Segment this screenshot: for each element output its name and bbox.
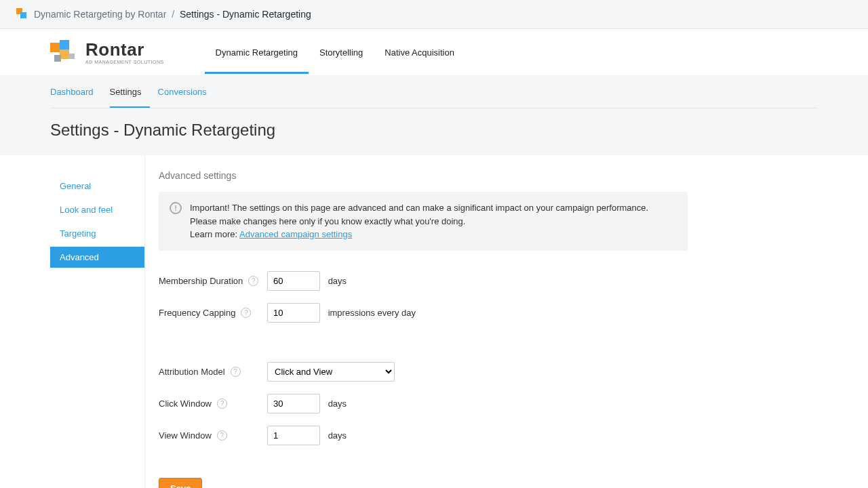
breadcrumb-app[interactable]: Dynamic Retargeting by Rontar xyxy=(34,9,166,20)
sidebar-item[interactable]: Look and feel xyxy=(50,199,144,220)
notice-body: Important! The settings on this page are… xyxy=(190,201,677,241)
sub-nav: DashboardSettingsConversions xyxy=(50,76,818,108)
label-view-window: View Window ? xyxy=(159,430,267,441)
logo[interactable]: Rontar AD MANAGEMENT SOLUTIONS xyxy=(50,29,164,75)
view-window-input[interactable] xyxy=(267,426,320,445)
sub-header: DashboardSettingsConversions Settings - … xyxy=(0,76,868,155)
breadcrumb-current: Settings - Dynamic Retargeting xyxy=(180,9,311,20)
sidebar-list: GeneralLook and feelTargetingAdvanced xyxy=(50,176,144,268)
logo-name: Rontar xyxy=(85,41,164,58)
membership-suffix: days xyxy=(328,276,347,286)
info-icon: ! xyxy=(170,202,182,214)
row-membership-duration: Membership Duration ? days xyxy=(159,271,688,291)
app-favicon xyxy=(16,8,28,20)
main-nav-tab[interactable]: Native Acquisition xyxy=(374,31,465,74)
save-button[interactable]: Save xyxy=(159,478,202,489)
notice-learn-more-prefix: Learn more: xyxy=(190,229,239,239)
content-area: GeneralLook and feelTargetingAdvanced Ad… xyxy=(0,155,868,488)
main-nav-tab[interactable]: Dynamic Retargeting xyxy=(205,31,309,74)
notice-link[interactable]: Advanced campaign settings xyxy=(239,229,352,239)
label-attribution-model: Attribution Model ? xyxy=(159,367,267,377)
page-title: Settings - Dynamic Retargeting xyxy=(50,108,818,155)
main-nav: Dynamic RetargetingStorytellingNative Ac… xyxy=(205,31,465,74)
sidebar-item[interactable]: Advanced xyxy=(50,247,144,268)
sub-nav-tab[interactable]: Dashboard xyxy=(50,76,102,108)
help-icon[interactable]: ? xyxy=(217,430,227,441)
top-breadcrumb-bar: Dynamic Retargeting by Rontar / Settings… xyxy=(0,0,868,29)
logo-tagline: AD MANAGEMENT SOLUTIONS xyxy=(85,60,164,64)
sub-nav-tab[interactable]: Settings xyxy=(110,76,150,108)
help-icon[interactable]: ? xyxy=(241,308,251,318)
logo-mark-icon xyxy=(50,40,80,64)
warning-notice: ! Important! The settings on this page a… xyxy=(159,192,688,251)
help-icon[interactable]: ? xyxy=(231,367,241,377)
sidebar-item[interactable]: General xyxy=(50,176,144,197)
membership-duration-input[interactable] xyxy=(267,271,320,291)
breadcrumb-separator: / xyxy=(172,9,174,20)
row-click-window: Click Window ? days xyxy=(159,394,688,413)
frequency-capping-input[interactable] xyxy=(267,303,320,323)
settings-sidebar: GeneralLook and feelTargetingAdvanced xyxy=(50,155,145,488)
logo-text: Rontar AD MANAGEMENT SOLUTIONS xyxy=(85,41,164,64)
frequency-suffix: impressions every day xyxy=(328,308,416,318)
main-header: Rontar AD MANAGEMENT SOLUTIONS Dynamic R… xyxy=(0,29,868,76)
notice-text: Important! The settings on this page are… xyxy=(190,203,648,226)
section-title: Advanced settings xyxy=(159,170,688,181)
label-frequency-capping: Frequency Capping ? xyxy=(159,308,267,318)
row-view-window: View Window ? days xyxy=(159,426,688,445)
row-frequency-capping: Frequency Capping ? impressions every da… xyxy=(159,303,688,323)
settings-main: Advanced settings ! Important! The setti… xyxy=(145,155,701,488)
click-window-input[interactable] xyxy=(267,394,320,413)
attribution-model-select[interactable]: Click and View xyxy=(267,362,395,382)
sidebar-item[interactable]: Targeting xyxy=(50,223,144,244)
click-window-suffix: days xyxy=(328,399,347,409)
label-membership-duration: Membership Duration ? xyxy=(159,276,267,286)
main-nav-tab[interactable]: Storytelling xyxy=(309,31,374,74)
help-icon[interactable]: ? xyxy=(217,399,227,409)
help-icon[interactable]: ? xyxy=(248,276,258,286)
row-attribution-model: Attribution Model ? Click and View xyxy=(159,362,688,382)
breadcrumb: Dynamic Retargeting by Rontar / Settings… xyxy=(34,9,311,20)
view-window-suffix: days xyxy=(328,430,347,441)
label-click-window: Click Window ? xyxy=(159,399,267,409)
sub-nav-tab[interactable]: Conversions xyxy=(158,76,215,108)
